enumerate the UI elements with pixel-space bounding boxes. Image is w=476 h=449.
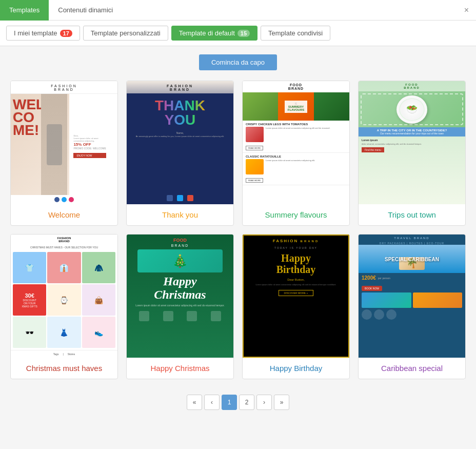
pagination: « ‹ 1 2 › » [10,389,466,420]
template-name-trips: Trips out town [359,204,465,225]
happy-christmas-brand: FOOD [173,235,187,244]
caribbean-hero-image: 🌴 SPECIAL CARIBBEAN [359,245,465,273]
birthday-body-text: Lorem ipsum dolor sit amet consectetur a… [249,281,342,288]
birthday-today-text: TODAY IS YOUR DAY [274,244,318,249]
tab-templates[interactable]: Templates [0,0,49,21]
template-card-happy-christmas[interactable]: FOOD BRAND 🎄 HappyChristmas Lorem ipsum … [126,234,234,379]
sub-tab-default-badge: 15 [237,30,250,37]
welcome-brand: FASHION BRAND [11,81,117,94]
trips-hero: 🥗 [359,91,465,127]
birthday-brand: FASHION BRAND [273,236,319,244]
sub-tab-default-label: Template di default [179,29,235,37]
summery-section1: CRISPY CHICKEN LEGS WITH TOMATOES Lorem … [243,121,349,153]
tab-dynamic-content[interactable]: Contenuti dinamici [49,0,122,21]
sub-tab-my-templates[interactable]: I miei template 17 [6,26,80,41]
sub-tab-my-templates-label: I miei template [14,29,57,37]
summery-overlay: 🍴 SUMMERY FLAVOURS [285,101,308,113]
welcome-discount: 15% OFF [73,142,106,147]
trips-banner: A TRIP IN THE CITY OR IN THE COUNTRYSIDE… [359,127,465,136]
template-preview-caribbean: TRAVEL BRAND DRY PACKAGES | ROUTES | ECO… [359,235,465,358]
welcome-button: ENJOY NOW [73,153,106,158]
ty-body-text: Name,An amazingly great offer is waiting… [130,127,231,142]
template-preview-welcome: FASHION BRAND WELCOME! Dear,Lorem ipsum … [11,81,117,204]
template-grid: FASHION BRAND WELCOME! Dear,Lorem ipsum … [10,81,466,379]
pagination-prev[interactable]: ‹ [204,395,220,410]
template-name-summery: Summery flavours [243,204,349,225]
template-card-caribbean[interactable]: TRAVEL BRAND DRY PACKAGES | ROUTES | ECO… [358,234,466,379]
caribbean-hero-title: SPECIAL CARIBBEAN [385,256,439,262]
sub-tab-my-templates-badge: 17 [60,30,72,37]
summery-brand: FOOD BRAND [243,81,349,92]
ty-big-text: THANKYOU [155,99,205,127]
sub-tab-shared-label: Template condivisi [268,29,323,37]
sub-tab-custom-templates[interactable]: Template personalizzati [83,26,168,41]
template-preview-trips: FOOD BRAND 🥗 A TRI [359,81,465,204]
template-preview-thankyou: FASHION BRAND THANKYOU Name,An amazingly… [127,81,233,204]
trips-content: Lorem ipsum dolor sit amet, consectetur … [359,136,465,154]
template-card-christmas-haves[interactable]: FASHION BRAND CHRISTMAS MUST HAVES - OUR… [10,234,118,379]
birthday-cta-button: DISCOVER MORE + [279,290,314,296]
template-name-thankyou: Thank you [127,204,233,225]
template-card-birthday[interactable]: FASHION BRAND TODAY IS YOUR DAY HappyBir… [242,234,350,379]
template-preview-summery: FOOD BRAND 🍴 SUMMERY FLAVOURS [243,81,349,204]
template-card-summery[interactable]: FOOD BRAND 🍴 SUMMERY FLAVOURS [242,81,350,226]
xmas-subtitle: CHRISTMAS MUST HAVES - OUR SELECTION FOR… [11,245,117,250]
template-name-christmas-haves: Christmas must haves [11,358,117,379]
pagination-page-2[interactable]: 2 [239,395,254,410]
welcome-image-area: WELCOME! [11,94,69,195]
sub-tab-shared-templates[interactable]: Template condivisi [261,26,330,41]
template-name-caribbean: Caribbean special [359,358,465,379]
pagination-page-1[interactable]: 1 [222,395,237,410]
summery-hero-image: 🍴 SUMMERY FLAVOURS [243,92,349,121]
ty-brand: FASHION BRAND [167,81,193,93]
sub-tab-default-templates[interactable]: Template di default 15 [171,26,257,41]
trips-brand: FOOD BRAND [359,81,465,91]
template-preview-christmas-haves: FASHION BRAND CHRISTMAS MUST HAVES - OUR… [11,235,117,358]
welcome-text-box: Dear,Lorem ipsum dolor sit ametconsectet… [69,94,110,195]
pagination-first[interactable]: « [187,395,202,410]
header-tab-bar: Templates Contenuti dinamici × [0,0,476,21]
pagination-last[interactable]: » [274,395,289,410]
sub-tab-bar: I miei template 17 Template personalizza… [0,21,476,46]
happy-christmas-food-img: 🎄 [137,249,223,272]
ty-social-icons [167,192,193,204]
xmas-haves-brand: FASHION BRAND [11,235,117,245]
happy-christmas-big-text: HappyChristmas [154,275,206,302]
birthday-big-text: HappyBirthday [276,252,316,275]
happy-christmas-product-row [132,309,228,323]
caribbean-brand: TRAVEL BRAND [359,235,465,242]
template-preview-happy-christmas: FOOD BRAND 🎄 HappyChristmas Lorem ipsum … [127,235,233,358]
template-preview-birthday: FASHION BRAND TODAY IS YOUR DAY HappyBir… [243,235,349,358]
welcome-social-icons [11,195,117,204]
summery-section2: CLASSIC RATATOUILLE Lorem ipsum dolor si… [243,153,349,185]
sub-tab-custom-label: Template personalizzati [91,29,161,37]
pagination-next[interactable]: › [256,395,272,410]
xmas-product-grid: 👕 👔 🧥 30€ DISCOUNTON YOURXMAS GIFTS ⌚ 👜 … [11,250,117,350]
caribbean-content: 1200€ per person BOOK NOW [359,273,465,322]
template-name-welcome: Welcome [11,204,117,225]
template-card-trips[interactable]: FOOD BRAND 🥗 A TRI [358,81,466,226]
main-content-area: Comincia da capo FASHION BRAND WELCOME! [0,46,476,428]
template-card-thankyou[interactable]: FASHION BRAND THANKYOU Name,An amazingly… [126,81,234,226]
template-name-happy-christmas: Happy Christmas [127,358,233,379]
xmas-footer: Tags | Stores [11,350,117,358]
template-name-birthday: Happy Birthday [243,358,349,379]
happy-christmas-body-text: Lorem ipsum dolor sit amet consectetur a… [130,302,230,309]
template-card-welcome[interactable]: FASHION BRAND WELCOME! Dear,Lorem ipsum … [10,81,118,226]
start-over-button[interactable]: Comincia da capo [199,54,277,70]
close-button[interactable]: × [457,0,476,21]
